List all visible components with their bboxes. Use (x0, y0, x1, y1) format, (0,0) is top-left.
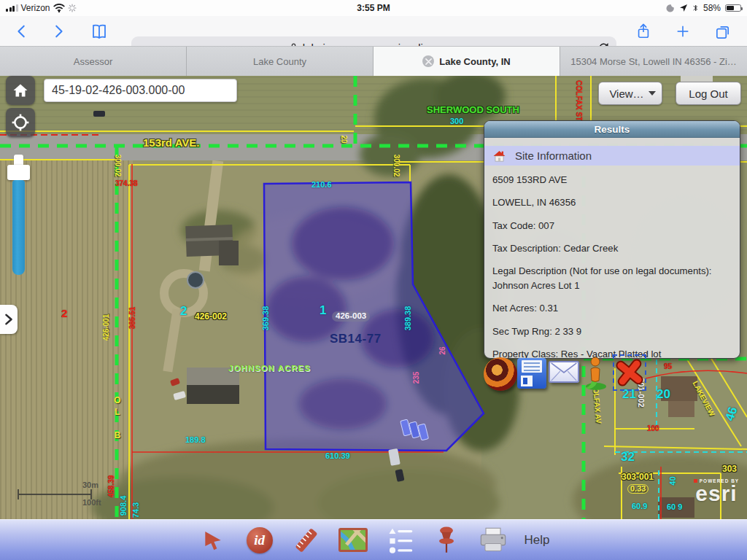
results-panel: Results Site Information 6509 153RD AVE … (484, 120, 740, 359)
logout-button[interactable]: Log Out (676, 82, 741, 105)
ruler-icon (293, 526, 320, 554)
result-row: Net Acres: 0.31 (492, 301, 731, 316)
floppy-label (522, 360, 542, 373)
result-row: Sec Twp Rng: 2 33 9 (492, 324, 731, 339)
new-tab-button[interactable] (673, 21, 693, 42)
tab-switcher-button[interactable] (712, 21, 732, 42)
pool (187, 272, 204, 288)
identify-tool[interactable]: id (244, 525, 275, 556)
tab-label: 15304 Morse St, Lowell IN 46356 - Zi… (570, 56, 737, 67)
id-icon: id (247, 527, 273, 553)
zoom-slider[interactable] (7, 155, 32, 279)
clock-label: 3:55 PM (357, 3, 390, 13)
identify-body (591, 368, 600, 382)
zoom-slider-track[interactable] (12, 180, 25, 275)
tab-label: Assessor (74, 56, 112, 67)
sidebar-expander-button[interactable] (0, 305, 18, 334)
result-row: Tax Code: 007 (492, 219, 731, 233)
parcel-search-input[interactable] (44, 79, 237, 102)
printer-icon (479, 527, 508, 553)
caret-down-icon (649, 91, 656, 96)
share-button[interactable] (633, 21, 654, 42)
help-link[interactable]: Help (525, 533, 550, 548)
home-icon (12, 82, 29, 99)
tab-bar: Assessor Lake County Lake County, IN 153… (0, 46, 747, 76)
result-row: 6509 153RD AVE (492, 173, 731, 187)
identify-head (591, 357, 600, 366)
geolocate-icon (11, 113, 30, 132)
floppy-shutter (521, 376, 533, 386)
save-button[interactable] (517, 358, 546, 389)
close-x-icon (616, 359, 643, 386)
id-label: id (254, 532, 265, 548)
zoom-slider-knob[interactable] (7, 165, 30, 180)
back-button[interactable] (12, 21, 32, 42)
bookmarks-button[interactable] (89, 21, 109, 42)
identify-person-button[interactable] (583, 356, 608, 391)
status-bar: Verizon 3:55 PM 58% (0, 0, 747, 16)
results-panel-header[interactable]: Results (484, 121, 740, 138)
tab-label: Lake County, IN (439, 56, 510, 67)
house-icon (492, 149, 506, 163)
site-information-label: Site Information (515, 149, 592, 162)
envelope-flap (550, 362, 578, 381)
measure-tool[interactable] (291, 525, 322, 556)
location-services-icon (679, 4, 688, 12)
forward-button[interactable] (48, 21, 69, 42)
tab-morse-st[interactable]: 15304 Morse St, Lowell IN 46356 - Zi… (560, 47, 747, 76)
site-information-list: 6509 153RD AVE LOWELL, IN 46356 Tax Code… (484, 166, 740, 359)
bluetooth-icon (692, 3, 699, 13)
site-information-row[interactable]: Site Information (484, 146, 740, 166)
cursor-arrow-icon (201, 529, 225, 552)
browser-toolbar: lakeinassessor.mygisonline.com (0, 16, 747, 46)
result-row: Legal Description (Not for use on legal … (492, 264, 731, 293)
email-button[interactable] (549, 361, 579, 383)
close-results-button[interactable] (613, 354, 646, 391)
print-tool[interactable] (478, 525, 508, 556)
battery-icon (725, 4, 741, 12)
zoom-to-target-button[interactable] (484, 357, 517, 391)
result-row: Tax Description: Cedar Creek (492, 241, 731, 256)
layer-list-icon (385, 526, 414, 555)
bottom-toolbar: id Help (0, 519, 747, 560)
result-row: LOWELL, IN 46356 (492, 195, 731, 210)
results-title: Results (595, 124, 630, 135)
ipad-screen: Verizon 3:55 PM 58% lakeinassessor.mygis… (0, 0, 747, 560)
geolocate-button[interactable] (6, 108, 35, 137)
view-menu-button[interactable]: View… (598, 82, 662, 105)
tab-label: Lake County (253, 56, 306, 67)
tab-lake-county[interactable]: Lake County (187, 47, 374, 76)
map-icon (338, 528, 368, 552)
legend-layers-tool[interactable] (384, 525, 415, 556)
select-pointer-tool[interactable] (198, 525, 228, 556)
battery-percent-label: 58% (703, 3, 721, 13)
pushpin-icon (434, 526, 459, 554)
bookmark-pin-tool[interactable] (431, 525, 462, 556)
do-not-disturb-moon-icon (665, 4, 675, 13)
tab-close-icon[interactable] (422, 55, 434, 67)
chevron-right-icon (4, 313, 14, 326)
logout-label: Log Out (689, 88, 727, 100)
basemap-tool[interactable] (338, 525, 368, 556)
result-row: Property Class: Res - Vacant Platted lot (492, 347, 731, 359)
tab-assessor[interactable]: Assessor (0, 47, 187, 76)
view-menu-label: View… (609, 88, 643, 100)
home-button[interactable] (6, 76, 35, 105)
tab-lake-county-in-active[interactable]: Lake County, IN (374, 47, 560, 76)
